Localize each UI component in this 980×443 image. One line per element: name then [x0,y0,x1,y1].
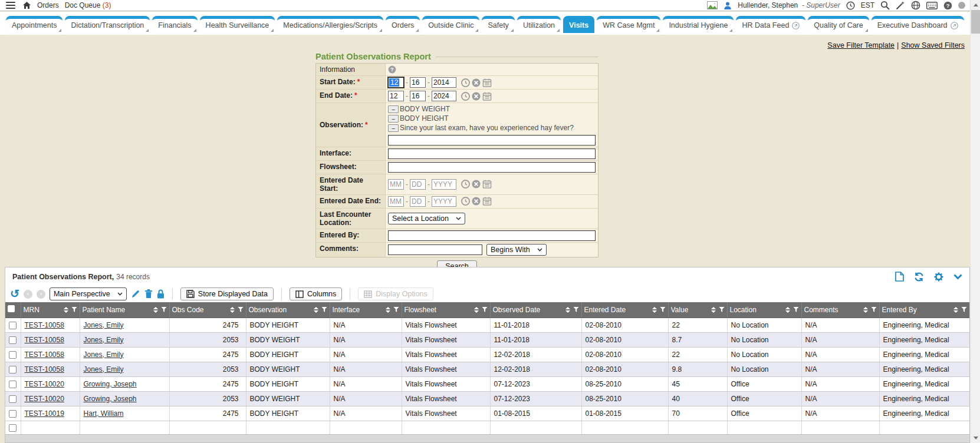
row-checkbox[interactable] [9,381,17,388]
filter-icon[interactable] [793,306,799,313]
select-all-header[interactable] [5,302,21,318]
filter-icon[interactable] [961,306,967,313]
remove-observation-button[interactable]: − [388,105,399,113]
column-header-location[interactable]: Location [727,302,801,318]
patient-name-link[interactable]: Jones, Emily [84,336,124,344]
filter-icon[interactable] [871,306,877,313]
mrn-link[interactable]: TEST-10058 [25,365,64,373]
row-checkbox[interactable] [9,336,17,344]
calendar-icon[interactable] [482,180,492,189]
column-header-observation[interactable]: Observation [246,302,330,318]
entered-date-start-day-input[interactable] [410,179,426,190]
scroll-down-button[interactable] [971,433,980,443]
entered-date-start-year-input[interactable] [432,179,456,190]
end-date-month-input[interactable] [388,91,404,101]
sort-control[interactable] [953,307,958,313]
time-picker-icon[interactable] [461,197,470,206]
column-header-value[interactable]: Value [668,302,727,318]
column-header-patient-name[interactable]: Patient Name [80,302,169,318]
column-header-observed-date[interactable]: Observed Date [490,302,581,318]
refresh-icon[interactable] [914,272,924,282]
patient-name-link[interactable]: Jones, Emily [84,365,124,373]
column-header-entered-date[interactable]: Entered Date [581,302,668,318]
sort-control[interactable] [785,307,790,313]
patient-name-link[interactable]: Growing, Joseph [84,395,137,403]
sort-control[interactable] [386,307,390,313]
tab-medications-allergies-scripts[interactable]: Medications/Allergies/Scripts [277,16,383,33]
columns-button[interactable]: Columns [290,287,342,300]
menu-icon[interactable] [5,1,17,11]
tab-health-surveillance[interactable]: Health Surveillance [200,16,275,33]
sort-control[interactable] [64,307,68,313]
tab-quality-of-care[interactable]: Quality of Care [808,16,869,33]
start-date-year-input[interactable] [432,77,456,88]
save-filter-template-link[interactable]: Save Filter Template [827,41,895,49]
tab-hr-data-feed[interactable]: HR Data Feed [736,16,805,33]
flowsheet-input[interactable] [388,162,596,173]
nav-orders[interactable]: Orders [37,1,59,9]
tab-financials[interactable]: Financials [152,16,197,33]
column-header-flowsheet[interactable]: Flowsheet [402,302,490,318]
show-saved-filters-link[interactable]: Show Saved Filters [901,41,965,49]
calendar-icon[interactable] [482,197,492,206]
page-scrollbar[interactable] [970,0,980,443]
end-date-year-input[interactable] [432,91,456,101]
sort-control[interactable] [153,307,158,313]
clear-date-icon[interactable] [472,78,481,87]
clear-date-icon[interactable] [472,180,481,189]
start-date-day-input[interactable] [410,77,426,88]
time-picker-icon[interactable] [461,180,470,189]
collapse-panel-icon[interactable] [953,274,962,280]
entered-date-start-month-input[interactable] [388,179,404,190]
start-date-month-input[interactable]: 12 [388,77,404,88]
remove-observation-button[interactable]: − [388,124,399,132]
mrn-link[interactable]: TEST-10058 [25,336,64,344]
comments-input[interactable] [388,244,482,255]
search-icon[interactable] [880,1,890,10]
image-icon[interactable] [707,1,718,9]
tab-visits[interactable]: Visits [563,16,594,33]
time-picker-icon[interactable] [461,78,470,87]
mrn-link[interactable]: TEST-10019 [25,409,64,418]
calendar-icon[interactable] [482,78,492,87]
entered-by-input[interactable] [388,230,596,241]
help-icon[interactable]: ? [943,1,952,10]
patient-name-link[interactable]: Jones, Emily [84,351,124,359]
filter-icon[interactable] [719,306,725,313]
perspective-select[interactable]: Main Perspective [50,287,127,300]
row-checkbox[interactable] [9,351,17,359]
reset-perspective-icon[interactable]: ↺ [10,290,19,298]
filter-icon[interactable] [321,306,327,313]
patient-name-link[interactable]: Growing, Joseph [84,380,137,388]
sort-control[interactable] [711,307,716,313]
patient-name-link[interactable]: Jones, Emily [84,321,124,329]
filter-icon[interactable] [573,306,579,313]
calendar-icon[interactable] [482,92,492,101]
tab-utilization[interactable]: Utilization [517,16,561,33]
tab-industrial-hygiene[interactable]: Industrial Hygiene [663,16,734,33]
filter-icon[interactable] [161,306,167,313]
mrn-link[interactable]: TEST-10020 [25,380,64,388]
timezone-label[interactable]: EST [861,1,874,9]
nav-doc-queue[interactable]: Doc Queue (3) [65,1,111,9]
edit-perspective-icon[interactable] [131,289,140,299]
clear-date-icon[interactable] [472,92,481,101]
observation-search-input[interactable] [388,135,596,146]
lock-perspective-icon[interactable] [157,289,165,299]
entered-date-end-day-input[interactable] [410,196,426,207]
select-all-checkbox[interactable] [8,305,15,312]
sort-control[interactable] [863,307,868,313]
scrollbar-thumb[interactable] [971,10,980,34]
scroll-up-button[interactable] [971,0,980,10]
column-header-entered-by[interactable]: Entered By [879,302,969,318]
mrn-link[interactable]: TEST-10020 [25,395,64,403]
home-icon[interactable] [22,1,31,9]
tab-appointments[interactable]: Appointments [6,16,63,33]
interface-input[interactable] [388,148,596,159]
sort-control[interactable] [565,307,570,313]
filter-icon[interactable] [482,306,488,313]
row-checkbox[interactable] [9,424,17,432]
mrn-link[interactable]: TEST-10058 [25,351,64,359]
tab-safety[interactable]: Safety [482,16,514,33]
sort-control[interactable] [474,307,479,313]
